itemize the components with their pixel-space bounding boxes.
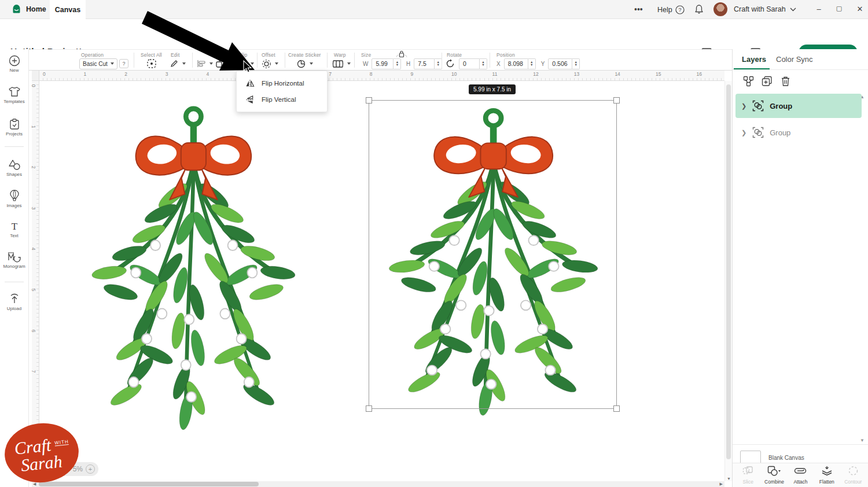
shapes-icon	[8, 159, 21, 171]
toolbar-separator	[354, 53, 355, 68]
menu-item-flip-vertical[interactable]: Flip Vertical	[237, 91, 327, 108]
flip-vertical-icon	[246, 95, 255, 104]
delete-icon[interactable]	[781, 76, 790, 87]
selection-handle-top-left[interactable]	[366, 97, 372, 104]
expand-chevron-icon[interactable]: ❯	[741, 102, 746, 110]
size-lock-icon[interactable]	[396, 50, 407, 58]
bell-icon[interactable]	[694, 4, 704, 14]
align-icon	[197, 60, 206, 68]
sidebar-item-shapes[interactable]: Shapes	[0, 159, 28, 177]
warp-button[interactable]	[332, 58, 351, 69]
rotate-icon[interactable]	[446, 59, 455, 68]
toolbar-separator	[285, 53, 285, 68]
warp-caret-icon	[347, 62, 351, 65]
toolbar-separator	[442, 53, 442, 68]
operation-help-button[interactable]: ?	[119, 59, 128, 68]
sidebar-item-monogram[interactable]: Monogram	[0, 252, 28, 269]
tabs-divider	[733, 69, 868, 70]
mistletoe-left[interactable]	[91, 109, 296, 431]
selection-handle-bottom-left[interactable]	[366, 405, 372, 412]
help-button[interactable]: Help ?	[657, 5, 685, 14]
rotate-stepper[interactable]: ▲▼	[480, 58, 487, 69]
position-x-input[interactable]: 8.098 ▲▼	[504, 58, 536, 69]
create-sticker-button[interactable]	[296, 58, 313, 69]
offset-label: Offset	[262, 52, 275, 58]
position-x-stepper[interactable]: ▲▼	[528, 58, 536, 69]
ruler-vertical: 01234567	[32, 81, 39, 481]
flip-horizontal-icon	[245, 79, 255, 88]
sidebar-item-new[interactable]: New	[0, 55, 28, 73]
sidebar-label: Projects	[0, 131, 28, 136]
create-sticker-icon	[296, 59, 306, 69]
monogram-icon	[8, 252, 21, 263]
account-menu[interactable]: Craft with Sarah	[734, 5, 796, 13]
warp-label: Warp	[334, 52, 346, 58]
tab-layers[interactable]: Layers	[742, 55, 766, 64]
attach-button[interactable]: Attach	[788, 466, 813, 485]
selection-handle-top-right[interactable]	[613, 97, 620, 104]
width-stepper[interactable]: ▲▼	[393, 58, 401, 69]
canvas-vertical-scrollbar[interactable]: ▼	[724, 81, 732, 481]
warp-icon	[332, 60, 344, 68]
home-tab[interactable]: Home	[12, 4, 46, 14]
sidebar-item-text[interactable]: T Text	[0, 221, 28, 238]
ungroup-icon[interactable]	[743, 76, 754, 87]
selection-bounding-box[interactable]	[369, 100, 617, 409]
width-input[interactable]: 5.99 ▲▼	[372, 58, 401, 69]
ruler-number: 14	[615, 71, 620, 77]
overflow-menu-button[interactable]: •••	[634, 5, 643, 14]
tab-color-sync[interactable]: Color Sync	[776, 55, 813, 64]
sidebar-item-images[interactable]: Images	[0, 190, 28, 208]
expand-chevron-icon[interactable]: ❯	[741, 129, 746, 136]
avatar[interactable]	[713, 2, 727, 16]
arrange-button[interactable]	[215, 58, 232, 69]
rotate-value: 0	[463, 60, 466, 67]
toolbar-separator	[327, 53, 328, 68]
sidebar-label: Images	[0, 203, 28, 208]
close-button[interactable]: ✕	[856, 5, 864, 13]
maximize-button[interactable]: ▢	[835, 5, 843, 12]
layer-row-group[interactable]: ❯ Group	[735, 120, 862, 145]
blank-canvas-label: Blank Canvas	[768, 455, 804, 461]
sidebar-item-upload[interactable]: Upload	[0, 293, 28, 311]
toolbar-separator	[192, 53, 193, 68]
zoom-in-button[interactable]: +	[86, 464, 95, 474]
offset-button[interactable]	[262, 58, 278, 69]
panel-scroll-down-icon[interactable]: ▼	[860, 438, 865, 443]
position-y-stepper[interactable]: ▲▼	[572, 58, 580, 69]
position-y-input[interactable]: 0.506 ▲▼	[548, 58, 580, 69]
align-button[interactable]	[197, 58, 213, 69]
scroll-down-arrow-icon[interactable]: ▼	[727, 477, 731, 481]
duplicate-icon[interactable]	[762, 76, 773, 87]
menu-item-flip-horizontal[interactable]: Flip Horizontal	[237, 75, 327, 91]
arrange-caret-icon	[229, 62, 232, 65]
flatten-button[interactable]: Flatten	[814, 466, 840, 485]
upload-icon	[9, 293, 20, 305]
horizontal-scroll-thumb[interactable]	[39, 482, 259, 486]
canvas-horizontal-scrollbar[interactable]: ◀ ▶	[32, 481, 724, 487]
sidebar-item-projects[interactable]: Projects	[0, 119, 28, 136]
images-icon	[9, 190, 20, 202]
operation-select[interactable]: Basic Cut	[79, 58, 117, 69]
combine-button[interactable]: Combine	[762, 466, 787, 485]
align-caret-icon	[209, 62, 213, 65]
vertical-scroll-thumb[interactable]	[726, 84, 731, 459]
canvas-tab[interactable]: Canvas	[50, 0, 86, 19]
scroll-left-arrow-icon[interactable]: ◀	[33, 482, 36, 486]
minimize-button[interactable]: –	[815, 5, 823, 13]
scroll-right-arrow-icon[interactable]: ▶	[720, 482, 723, 486]
overflow-dots: •••	[634, 5, 643, 14]
width-value: 5.99	[376, 60, 387, 67]
edit-button[interactable]	[170, 58, 186, 69]
edit-toolbar: Operation Basic Cut ? Select All Edit F	[0, 49, 732, 71]
ruler-number: 1	[84, 71, 87, 77]
flip-button[interactable]	[237, 58, 254, 69]
sidebar-divider	[5, 146, 24, 147]
selection-handle-bottom-right[interactable]	[613, 405, 620, 412]
rotate-input[interactable]: 0 ▲▼	[459, 58, 487, 69]
select-all-button[interactable]	[146, 58, 157, 69]
layer-row-group-selected[interactable]: ❯ Group	[735, 94, 862, 118]
height-input[interactable]: 7.5 ▲▼	[414, 58, 442, 69]
height-value: 7.5	[418, 60, 426, 67]
sidebar-item-templates[interactable]: Templates	[0, 86, 28, 104]
